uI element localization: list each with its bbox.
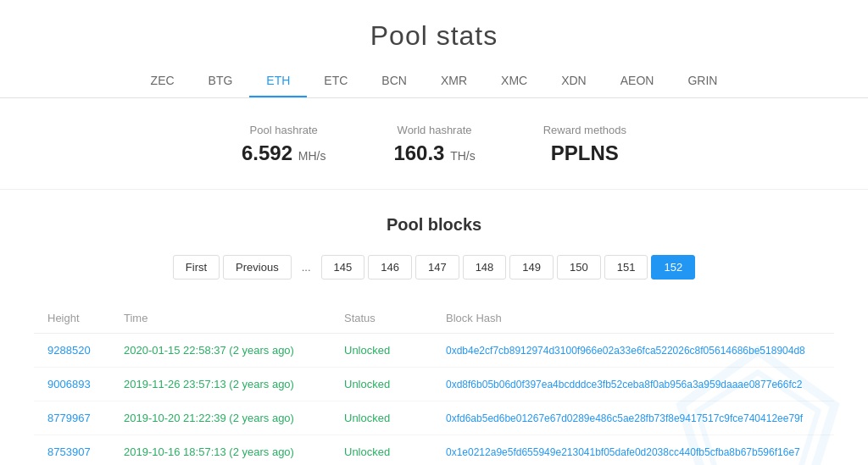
first-page-button[interactable]: First — [173, 255, 220, 280]
tab-btg[interactable]: BTG — [192, 65, 250, 97]
page-button-152[interactable]: 152 — [651, 255, 695, 280]
page-button-146[interactable]: 146 — [368, 255, 412, 280]
tab-eth[interactable]: ETH — [249, 65, 307, 97]
world-hashrate-value: 160.3 TH/s — [393, 141, 475, 165]
page-button-147[interactable]: 147 — [415, 255, 459, 280]
tab-xmr[interactable]: XMR — [424, 65, 484, 97]
table-row: 92885202020-01-15 22:58:37 (2 years ago)… — [34, 334, 834, 368]
block-hash[interactable]: 0xd8f6b05b06d0f397ea4bcdddce3fb52ceba8f0… — [432, 368, 834, 401]
block-hash[interactable]: 0x1e0212a9e5fd655949e213041bf05dafe0d203… — [432, 435, 834, 466]
page-button-151[interactable]: 151 — [604, 255, 648, 280]
table-body: 92885202020-01-15 22:58:37 (2 years ago)… — [34, 334, 834, 466]
page-button-145[interactable]: 145 — [321, 255, 365, 280]
previous-page-button[interactable]: Previous — [223, 255, 292, 280]
block-status: Unlocked — [331, 435, 432, 466]
pool-hashrate-value: 6.592 MH/s — [242, 141, 326, 165]
pool-hashrate-stat: Pool hashrate 6.592 MH/s — [242, 124, 326, 165]
table-header: HeightTimeStatusBlock Hash — [34, 303, 834, 334]
block-hash[interactable]: 0xdb4e2cf7cb8912974d3100f966e02a33e6fca5… — [432, 334, 834, 368]
tab-etc[interactable]: ETC — [307, 65, 364, 97]
block-height[interactable]: 9288520 — [34, 334, 110, 368]
tab-xdn[interactable]: XDN — [544, 65, 604, 97]
block-status: Unlocked — [331, 401, 432, 435]
tab-xmc[interactable]: XMC — [484, 65, 544, 97]
page-button-150[interactable]: 150 — [557, 255, 601, 280]
currency-nav: ZECBTGETHETCBCNXMRXMCXDNAEONGRIN — [0, 65, 868, 98]
block-time: 2019-11-26 23:57:13 (2 years ago) — [110, 368, 331, 401]
world-hashrate-stat: World hashrate 160.3 TH/s — [393, 124, 475, 165]
block-time: 2019-10-16 18:57:13 (2 years ago) — [110, 435, 331, 466]
world-hashrate-label: World hashrate — [393, 124, 475, 136]
pagination-ellipsis: ... — [295, 256, 318, 279]
pool-blocks-section: Pool blocks First Previous ... 145146147… — [0, 190, 868, 465]
page-title: Pool stats — [0, 0, 868, 65]
tab-grin[interactable]: GRIN — [670, 65, 734, 97]
page-button-149[interactable]: 149 — [509, 255, 554, 280]
reward-methods-stat: Reward methods PPLNS — [543, 124, 626, 165]
reward-methods-label: Reward methods — [543, 124, 626, 136]
blocks-table: HeightTimeStatusBlock Hash 92885202020-0… — [34, 303, 834, 465]
table-row: 90068932019-11-26 23:57:13 (2 years ago)… — [34, 368, 834, 401]
tab-bcn[interactable]: BCN — [364, 65, 424, 97]
reward-methods-value: PPLNS — [543, 141, 626, 165]
pool-blocks-title: Pool blocks — [34, 215, 834, 235]
page-button-148[interactable]: 148 — [463, 255, 507, 280]
stats-section: Pool hashrate 6.592 MH/s World hashrate … — [0, 98, 868, 190]
block-time: 2019-10-20 21:22:39 (2 years ago) — [110, 401, 331, 435]
block-hash[interactable]: 0xfd6ab5ed6be01267e67d0289e486c5ae28fb73… — [432, 401, 834, 435]
tab-aeon[interactable]: AEON — [604, 65, 671, 97]
pagination: First Previous ... 145146147148149150151… — [34, 255, 834, 280]
col-header-block-hash: Block Hash — [432, 303, 834, 334]
pool-hashrate-label: Pool hashrate — [242, 124, 326, 136]
table-row: 87799672019-10-20 21:22:39 (2 years ago)… — [34, 401, 834, 435]
block-height[interactable]: 8779967 — [34, 401, 110, 435]
block-status: Unlocked — [331, 368, 432, 401]
block-height[interactable]: 9006893 — [34, 368, 110, 401]
block-time: 2020-01-15 22:58:37 (2 years ago) — [110, 334, 331, 368]
tab-zec[interactable]: ZEC — [134, 65, 192, 97]
col-header-status: Status — [331, 303, 432, 334]
col-header-height: Height — [34, 303, 110, 334]
block-status: Unlocked — [331, 334, 432, 368]
col-header-time: Time — [110, 303, 331, 334]
table-row: 87539072019-10-16 18:57:13 (2 years ago)… — [34, 435, 834, 466]
block-height[interactable]: 8753907 — [34, 435, 110, 466]
